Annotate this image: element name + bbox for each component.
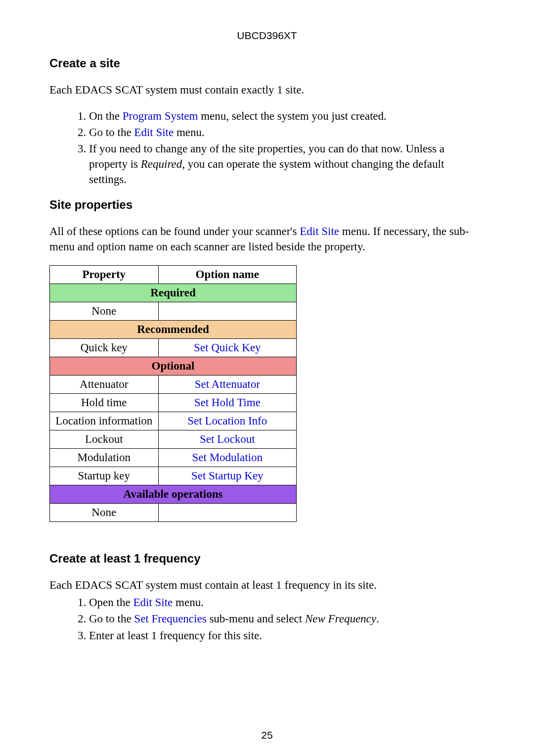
cell-option: Set Modulation: [158, 449, 296, 467]
text: .: [376, 613, 379, 625]
ordered-list-create-frequency: Open the Edit Site menu. Go to the Set F…: [49, 595, 485, 643]
ordered-list-create-site: On the Program System menu, select the s…: [49, 108, 485, 187]
text: sub-menu and select: [207, 613, 305, 625]
table-header-row: Property Option name: [50, 266, 297, 284]
link-program-system[interactable]: Program System: [123, 110, 198, 122]
cell-option: Set Quick Key: [158, 339, 296, 357]
document-header: UBCD396XT: [49, 30, 485, 42]
paragraph-site-properties-intro: All of these options can be found under …: [49, 224, 485, 254]
table-row: Quick key Set Quick Key: [50, 339, 297, 357]
table-row: Location information Set Location Info: [50, 412, 297, 430]
cell-option: Set Attenuator: [158, 376, 296, 394]
text: menu, select the system you just created…: [198, 110, 386, 122]
link-set-hold-time[interactable]: Set Hold Time: [194, 396, 261, 409]
heading-site-properties: Site properties: [49, 198, 485, 212]
cell-property: Location information: [50, 412, 159, 430]
text: Open the: [89, 596, 133, 609]
table-row: None: [50, 302, 297, 321]
section-label: Available operations: [50, 485, 297, 504]
cell-property: Attenuator: [50, 376, 159, 394]
list-item: Go to the Edit Site menu.: [89, 125, 485, 140]
cell-property: Startup key: [50, 467, 159, 485]
cell-option: Set Startup Key: [158, 467, 296, 485]
list-item: Open the Edit Site menu.: [89, 595, 485, 610]
table-row: Startup key Set Startup Key: [50, 467, 297, 485]
text: Go to the: [89, 126, 134, 139]
site-properties-table: Property Option name Required None Recom…: [49, 265, 297, 522]
emphasis-required: Required: [141, 158, 182, 170]
link-set-quick-key[interactable]: Set Quick Key: [194, 341, 261, 354]
link-set-location-info[interactable]: Set Location Info: [187, 415, 267, 427]
cell-property: None: [50, 302, 159, 321]
list-item: Go to the Set Frequencies sub-menu and s…: [89, 611, 485, 626]
cell-option: [158, 504, 296, 522]
link-set-modulation[interactable]: Set Modulation: [192, 451, 263, 464]
link-edit-site[interactable]: Edit Site: [134, 126, 174, 139]
section-label: Required: [50, 284, 297, 302]
cell-option: Set Lockout: [158, 430, 296, 449]
link-set-startup-key[interactable]: Set Startup Key: [191, 470, 264, 482]
cell-option: Set Location Info: [158, 412, 296, 430]
paragraph-frequency-intro: Each EDACS SCAT system must contain at l…: [49, 577, 485, 593]
cell-property: Lockout: [50, 430, 159, 449]
table-row: Hold time Set Hold Time: [50, 394, 297, 412]
text: menu.: [173, 596, 204, 609]
section-row-optional: Optional: [50, 357, 297, 376]
link-edit-site[interactable]: Edit Site: [300, 225, 339, 237]
heading-create-a-site: Create a site: [49, 56, 485, 70]
link-set-lockout[interactable]: Set Lockout: [200, 433, 255, 445]
column-header-option-name: Option name: [158, 266, 296, 284]
text: menu.: [174, 126, 205, 139]
table-row: Lockout Set Lockout: [50, 430, 297, 449]
text: On the: [89, 110, 123, 122]
cell-property: Quick key: [50, 339, 159, 357]
text: Go to the: [89, 613, 134, 625]
cell-property: None: [50, 504, 159, 522]
emphasis-new-frequency: New Frequency: [305, 613, 376, 625]
link-set-frequencies[interactable]: Set Frequencies: [134, 613, 206, 625]
document-page: UBCD396XT Create a site Each EDACS SCAT …: [0, 0, 534, 756]
cell-property: Hold time: [50, 394, 159, 412]
cell-option: [158, 302, 296, 321]
section-row-available-operations: Available operations: [50, 485, 297, 504]
table-row: None: [50, 504, 297, 522]
link-edit-site[interactable]: Edit Site: [133, 596, 173, 609]
text: All of these options can be found under …: [49, 225, 300, 237]
table-row: Attenuator Set Attenuator: [50, 376, 297, 394]
cell-option: Set Hold Time: [158, 394, 296, 412]
list-item: On the Program System menu, select the s…: [89, 108, 485, 124]
list-item: If you need to change any of the site pr…: [89, 141, 485, 187]
text: Enter at least 1 frequency for this site…: [89, 629, 262, 642]
table-row: Modulation Set Modulation: [50, 449, 297, 467]
section-label: Recommended: [50, 321, 297, 339]
column-header-property: Property: [50, 266, 159, 284]
paragraph-site-intro: Each EDACS SCAT system must contain exac…: [49, 82, 485, 97]
link-set-attenuator[interactable]: Set Attenuator: [195, 378, 260, 390]
list-item: Enter at least 1 frequency for this site…: [89, 628, 485, 643]
page-number: 25: [0, 729, 534, 741]
cell-property: Modulation: [50, 449, 159, 467]
section-row-required: Required: [50, 284, 297, 302]
section-row-recommended: Recommended: [50, 321, 297, 339]
heading-create-frequency: Create at least 1 frequency: [49, 552, 485, 566]
section-label: Optional: [50, 357, 297, 376]
